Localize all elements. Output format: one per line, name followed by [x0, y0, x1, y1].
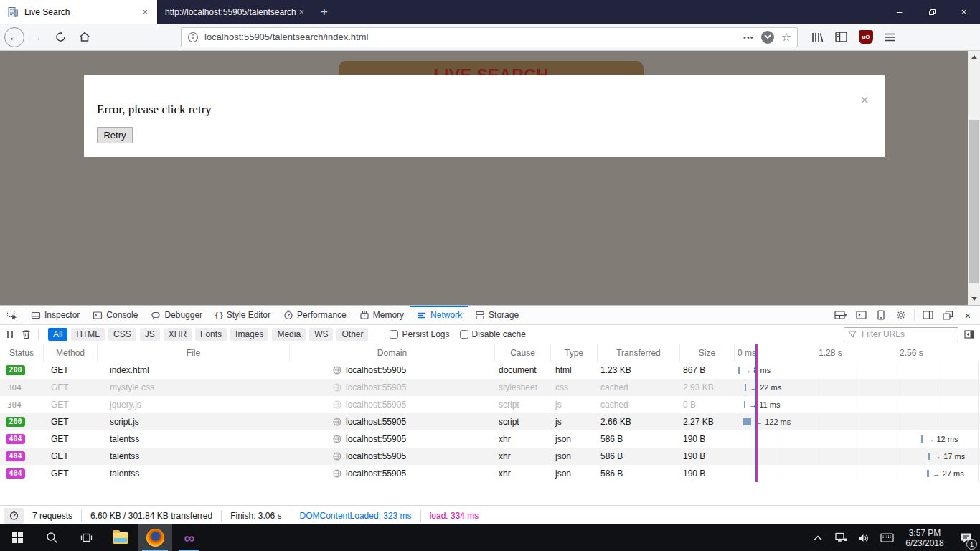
taskbar-clock[interactable]: 3:57 PM 6/23/2018: [898, 528, 951, 548]
devtools-tab-label: Performance: [297, 310, 347, 320]
file-cell: talentss: [98, 465, 290, 482]
column-header-domain[interactable]: Domain: [290, 344, 495, 362]
devtools-tab-console[interactable]: Console: [86, 306, 144, 324]
browser-tab-live-search[interactable]: Live Search ×: [0, 0, 157, 24]
filter-pill-other[interactable]: Other: [336, 328, 368, 341]
scroll-up-icon[interactable]: [968, 51, 980, 63]
devtools-tab-inspector[interactable]: Inspector: [24, 306, 86, 324]
settings-gear-icon[interactable]: [892, 306, 910, 324]
column-header-status[interactable]: Status: [0, 344, 44, 362]
pop-windows-icon[interactable]: [938, 306, 957, 324]
split-console-icon[interactable]: [852, 306, 870, 324]
new-tab-button[interactable]: +: [314, 0, 335, 24]
disable-cache-checkbox[interactable]: Disable cache: [460, 329, 526, 339]
responsive-mode-icon[interactable]: [872, 306, 890, 324]
window-restore-button[interactable]: [915, 0, 948, 24]
forward-button[interactable]: →: [27, 28, 46, 47]
request-row[interactable]: 404GETtalentsslocalhost:55905xhrjson586 …: [0, 430, 980, 448]
filter-pill-ws[interactable]: WS: [309, 328, 333, 341]
url-text[interactable]: localhost:55905/talentsearch/index.html: [204, 32, 743, 42]
globe-icon: [333, 469, 341, 478]
pause-icon[interactable]: [7, 331, 13, 338]
request-row[interactable]: 404GETtalentsslocalhost:55905xhrjson586 …: [0, 448, 980, 465]
action-center-button[interactable]: 1: [951, 524, 980, 551]
devtools-close-icon[interactable]: ×: [958, 306, 977, 324]
devtools-tab-storage[interactable]: Storage: [468, 306, 525, 324]
request-row[interactable]: 304GETmystyle.csslocalhost:55905styleshe…: [0, 379, 980, 396]
tab-close-icon[interactable]: ×: [296, 6, 306, 17]
devtools-tab-performance[interactable]: Performance: [277, 306, 353, 324]
column-header-type[interactable]: Type: [551, 344, 598, 362]
request-row[interactable]: 404GETtalentsslocalhost:55905xhrjson586 …: [0, 465, 980, 482]
clear-requests-icon[interactable]: [22, 329, 31, 339]
tray-chevron-icon[interactable]: [806, 535, 829, 541]
ublock-shield-icon[interactable]: uO: [859, 30, 873, 44]
back-button[interactable]: ←: [4, 27, 24, 47]
volume-icon[interactable]: [852, 533, 875, 543]
site-info-icon[interactable]: [187, 32, 199, 43]
domain-text: localhost:55905: [346, 379, 406, 396]
request-row[interactable]: 200GETindex.htmllocalhost:55905documenth…: [0, 362, 980, 379]
library-icon[interactable]: [811, 32, 824, 43]
column-header-timeline[interactable]: 0 ms1.28 s2.56 s: [735, 344, 980, 362]
filter-pill-xhr[interactable]: XHR: [164, 328, 192, 341]
pocket-icon[interactable]: [761, 31, 774, 44]
page-actions-icon[interactable]: •••: [743, 33, 754, 42]
column-header-transferred[interactable]: Transferred: [598, 344, 680, 362]
start-button[interactable]: [0, 524, 34, 551]
url-bar[interactable]: localhost:55905/talentsearch/index.html …: [181, 27, 798, 47]
disable-cache-box[interactable]: [460, 330, 468, 339]
window-close-button[interactable]: ×: [948, 0, 980, 24]
sidebar-toggle-icon[interactable]: [918, 306, 937, 324]
network-tray-icon[interactable]: [829, 532, 852, 543]
request-row[interactable]: 304GETjquery.jslocalhost:55905scriptjsca…: [0, 396, 980, 413]
menu-hamburger-icon[interactable]: [885, 32, 896, 42]
persist-logs-checkbox[interactable]: Persist Logs: [390, 329, 449, 339]
status-cell: 304: [0, 379, 44, 396]
request-row[interactable]: 200GETscript.jslocalhost:55905scriptjs2.…: [0, 413, 980, 430]
network-details-toggle-icon[interactable]: [964, 330, 974, 339]
page-scrollbar[interactable]: [968, 51, 980, 305]
tab-title: http://localhost:55905/talentsearch: [165, 7, 296, 17]
devtools-tab-network[interactable]: Network: [410, 306, 468, 324]
filter-pill-fonts[interactable]: Fonts: [195, 328, 227, 341]
scrollbar-thumb[interactable]: [969, 120, 979, 283]
file-explorer-button[interactable]: [103, 524, 138, 551]
pick-element-icon[interactable]: [0, 306, 24, 324]
persist-logs-box[interactable]: [390, 330, 398, 339]
firefox-taskbar-button[interactable]: [138, 524, 172, 551]
task-view-button[interactable]: [69, 524, 103, 551]
windows-logo-icon: [12, 532, 23, 543]
filter-urls-input[interactable]: [844, 327, 958, 342]
filter-pill-images[interactable]: Images: [230, 328, 268, 341]
bookmark-star-icon[interactable]: ☆: [781, 30, 791, 44]
browser-tab-talentsearch[interactable]: http://localhost:55905/talentsearch ×: [157, 0, 314, 24]
column-header-file[interactable]: File: [98, 344, 290, 362]
column-header-cause[interactable]: Cause: [495, 344, 551, 362]
filter-pill-html[interactable]: HTML: [71, 328, 105, 341]
window-minimize-button[interactable]: –: [883, 0, 915, 24]
search-button[interactable]: [34, 524, 69, 551]
dialog-close-icon[interactable]: ×: [860, 93, 869, 107]
filter-pill-css[interactable]: CSS: [108, 328, 136, 341]
performance-analysis-icon[interactable]: [4, 508, 24, 524]
filter-pill-all[interactable]: All: [48, 328, 67, 341]
sidebars-icon[interactable]: [835, 32, 847, 42]
filter-pill-media[interactable]: Media: [272, 328, 306, 341]
filter-pill-js[interactable]: JS: [140, 328, 160, 341]
dock-side-icon[interactable]: ▾: [831, 306, 850, 324]
devtools-tab-style-editor[interactable]: { }Style Editor: [209, 306, 277, 324]
devtools-tab-memory[interactable]: Memory: [353, 306, 410, 324]
visual-studio-button[interactable]: ∞: [172, 524, 207, 551]
keyboard-icon[interactable]: [875, 533, 898, 542]
home-button[interactable]: [75, 27, 95, 47]
retry-button[interactable]: Retry: [97, 127, 133, 143]
column-header-method[interactable]: Method: [44, 344, 98, 362]
reload-button[interactable]: [50, 27, 70, 47]
method-cell: GET: [44, 448, 98, 465]
devtools-tab-debugger[interactable]: Debugger: [144, 306, 209, 324]
transferred-cell: 1.23 KB: [598, 362, 680, 379]
scroll-down-icon[interactable]: [968, 293, 980, 305]
tab-close-icon[interactable]: ×: [140, 6, 150, 17]
column-header-size[interactable]: Size: [680, 344, 735, 362]
